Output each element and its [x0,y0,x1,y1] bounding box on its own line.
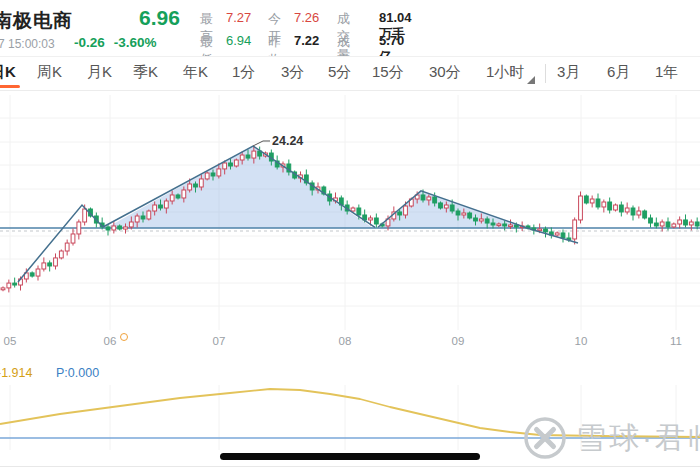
candlestick-chart[interactable]: 24.24 [0,95,700,330]
x-axis-label: 06 [104,335,117,347]
x-axis-label: 09 [452,335,465,347]
watermark-text: 雪球·君临 [576,418,700,459]
price-change: -0.26-3.60% [74,35,166,50]
stat-value: 7.26 [294,10,319,25]
tab-周K[interactable]: 周K [37,63,62,82]
tab-1小时[interactable]: 1小时 [486,63,524,82]
x-axis-label: 05 [4,335,17,347]
tab-15分[interactable]: 15分 [372,63,404,82]
tab-年K[interactable]: 年K [183,63,208,82]
tab-月K[interactable]: 月K [87,63,112,82]
xueqiu-logo-icon [522,415,568,461]
stat-value: 6.94 [226,33,251,48]
tab-季K[interactable]: 季K [133,63,158,82]
change-percent: -3.60% [114,35,157,50]
x-axis-labels: 05060708091011 [0,335,700,351]
stat-value: 7.22 [294,33,319,48]
bottom-divider [0,466,700,467]
x-axis-label: 10 [575,335,588,347]
x-axis-label: 11 [670,335,682,347]
event-marker-dot[interactable] [120,333,128,341]
tab-5分[interactable]: 5分 [328,63,351,82]
current-price: 6.96 [139,6,180,30]
tab-1分[interactable]: 1分 [232,63,255,82]
quote-timestamp: 7 15:00:03 [0,37,55,51]
tab-6月[interactable]: 6月 [607,63,630,82]
selected-tab-underline [0,85,20,88]
tab-日K[interactable]: 日K [0,63,16,82]
chart-period-tabbar: 日K周K月K季K年K1分3分5分15分30分1小时3月6月1年 [0,57,700,91]
dropdown-triangle-icon [527,76,535,84]
tab-3月[interactable]: 3月 [557,63,580,82]
change-amount: -0.26 [74,35,105,50]
stat-value: 7.27 [226,10,251,25]
indicator-value-blue: P:0.000 [56,366,99,380]
x-axis-label: 07 [213,335,226,347]
tab-3分[interactable]: 3分 [281,63,304,82]
x-axis-label: 08 [339,335,352,347]
tab-30分[interactable]: 30分 [429,63,461,82]
tabbar-divider [545,64,546,83]
peak-price-annotation: 24.24 [272,134,303,148]
home-indicator-bar[interactable] [220,453,480,460]
stock-name: 南极电商 [0,8,73,34]
tab-1年[interactable]: 1年 [655,63,678,82]
indicator-value-yellow: -1.914 [0,366,32,380]
xueqiu-watermark: 雪球·君临 [522,415,700,461]
